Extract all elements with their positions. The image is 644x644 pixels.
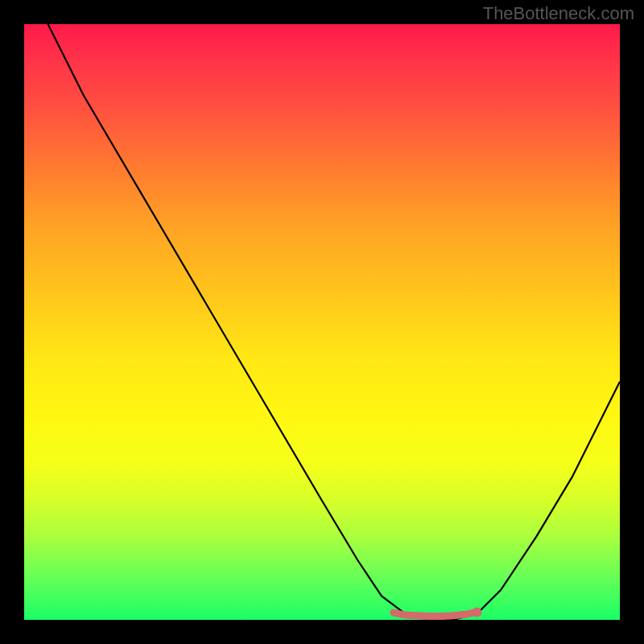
sweet-spot-path	[394, 612, 477, 616]
bottleneck-curve-path	[48, 24, 620, 620]
sweet-spot-end-dot	[472, 607, 481, 617]
chart-svg	[24, 24, 620, 620]
watermark-label: TheBottleneck.com	[483, 3, 634, 24]
plot-area	[24, 24, 620, 620]
